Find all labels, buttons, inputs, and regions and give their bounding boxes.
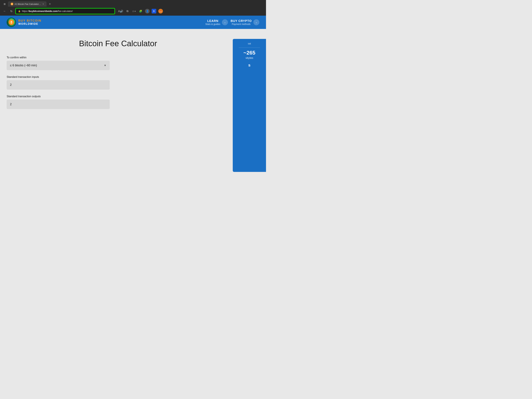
confirm-select[interactable]: ≤ 6 blocks (~60 min) ▼	[7, 61, 110, 70]
tab-mode-button[interactable]: ⧉	[124, 8, 130, 14]
profile-button[interactable]: 👤	[144, 8, 150, 14]
confirm-label: To confirm within	[7, 56, 229, 59]
confirm-within-group: To confirm within ≤ 6 blocks (~60 min) ▼	[7, 56, 229, 70]
learn-subtitle: Stats & guides	[205, 23, 220, 25]
toolbar-icons: A🔊 ⧉ ☆+ 🧩 👤 B 🦊	[118, 8, 164, 14]
main-content: Bitcoin Fee Calculator To confirm within…	[0, 29, 266, 178]
address-bar-container: 🔒 https://buybitcoinworldwide.com/fee-ca…	[15, 8, 115, 14]
refresh-button[interactable]: ↻	[9, 8, 14, 14]
window-sidebar-btn[interactable]: ⊞	[2, 1, 7, 7]
extension-button[interactable]: 🧩	[138, 8, 144, 14]
address-bar-highlight: 🔒 https://buybitcoinworldwide.com/fee-ca…	[15, 8, 115, 14]
logo-text: BUY BITCOIN WORLDWIDE	[18, 19, 41, 25]
logo-icon: ₿	[7, 18, 16, 27]
tab-favicon: ₿	[11, 3, 13, 5]
back-button[interactable]: ←	[2, 8, 7, 14]
shield-icon: B	[152, 9, 156, 13]
bookmark-button[interactable]: ☆+	[131, 8, 137, 14]
learn-chevron-icon: ⌄	[224, 21, 226, 24]
inputs-label: Standard transaction inputs	[7, 76, 229, 78]
url-text: https://buybitcoinworldwide.com/fee-calc…	[22, 10, 73, 13]
site-header: ₿ BUY BITCOIN WORLDWIDE LEARN Stats & gu…	[0, 16, 266, 29]
nav-right: LEARN Stats & guides ⌄ BUY CRYPTO Paymen…	[205, 19, 259, 25]
read-mode-icon: A🔊	[118, 10, 123, 13]
tab-mode-icon: ⧉	[127, 10, 128, 13]
back-icon: ←	[3, 10, 6, 13]
learn-nav-text: LEARN Stats & guides	[205, 19, 220, 25]
outputs-field[interactable]	[7, 100, 110, 109]
right-panel: sat ~265 vbytes s	[233, 39, 266, 172]
site-logo[interactable]: ₿ BUY BITCOIN WORLDWIDE	[7, 18, 41, 27]
browser-chrome: ⊞ ₿ #1 Bitcoin Fee Calculator & Estin × …	[0, 0, 266, 16]
tab-close-button[interactable]: ×	[43, 3, 44, 5]
logo-bottom-text: WORLDWIDE	[18, 22, 41, 25]
read-mode-button[interactable]: A🔊	[118, 8, 124, 14]
browser-toolbar: ← ↻ 🔒 https://buybitcoinworldwide.com/fe…	[0, 7, 266, 16]
metamask-icon: 🦊	[158, 9, 163, 13]
outputs-group: Standard transaction outputs	[7, 95, 229, 109]
buy-crypto-chevron[interactable]: ⌄	[253, 19, 259, 25]
lock-icon: 🔒	[18, 10, 21, 12]
vbytes-value: ~265	[243, 50, 255, 56]
confirm-select-value: ≤ 6 blocks (~60 min)	[10, 64, 37, 67]
vbytes-unit: vbytes	[246, 57, 253, 59]
address-bar[interactable]: 🔒 https://buybitcoinworldwide.com/fee-ca…	[16, 9, 114, 13]
page-title: Bitcoin Fee Calculator	[7, 39, 229, 48]
new-tab-button[interactable]: +	[47, 1, 52, 7]
select-arrow-icon: ▼	[104, 64, 106, 67]
left-section: Bitcoin Fee Calculator To confirm within…	[7, 39, 229, 172]
buy-crypto-chevron-icon: ⌄	[255, 21, 257, 24]
logo-top-text: BUY BITCOIN	[18, 19, 41, 22]
browser-tab-active[interactable]: ₿ #1 Bitcoin Fee Calculator & Estin ×	[8, 1, 47, 7]
refresh-icon: ↻	[10, 10, 13, 13]
inputs-field[interactable]	[7, 80, 110, 90]
title-bar: ⊞ ₿ #1 Bitcoin Fee Calculator & Estin × …	[0, 0, 266, 7]
learn-chevron[interactable]: ⌄	[222, 19, 228, 25]
bookmark-icon: ☆+	[132, 10, 136, 13]
learn-title: LEARN	[207, 19, 218, 23]
buy-crypto-title: BUY CRYPTO	[231, 19, 252, 23]
inputs-group: Standard transaction inputs	[7, 76, 229, 90]
logo-btc-symbol: ₿	[8, 19, 14, 25]
extension-icon: 🧩	[139, 10, 142, 13]
profile-avatar: 👤	[145, 9, 150, 13]
buy-crypto-nav-item[interactable]: BUY CRYPTO Payment methods ⌄	[231, 19, 259, 25]
outputs-label: Standard transaction outputs	[7, 95, 229, 98]
buy-crypto-subtitle: Payment methods	[232, 23, 251, 25]
sats-value: s	[248, 63, 250, 68]
learn-nav-item[interactable]: LEARN Stats & guides ⌄	[205, 19, 228, 25]
buy-crypto-nav-text: BUY CRYPTO Payment methods	[231, 19, 252, 25]
shield-button[interactable]: B	[151, 8, 157, 14]
tab-title: #1 Bitcoin Fee Calculator & Estin	[15, 3, 41, 5]
metamask-button[interactable]: 🦊	[158, 8, 164, 14]
sat-label: sat	[248, 42, 251, 45]
